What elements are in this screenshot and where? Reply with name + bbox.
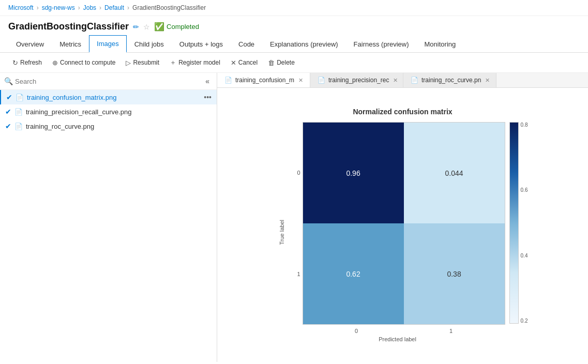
- refresh-button[interactable]: ↻ Refresh: [8, 57, 46, 69]
- tab-metrics[interactable]: Metrics: [52, 36, 89, 52]
- connect-label: Connect to compute: [60, 59, 115, 66]
- x-ticks: 0 1: [297, 328, 499, 334]
- file-icon-2: 📄: [14, 108, 23, 116]
- colorbar-tick-08: 0.8: [521, 122, 528, 128]
- file-icon-3: 📄: [14, 123, 23, 130]
- breadcrumb-sep-3: ›: [99, 4, 101, 11]
- tab-close-3[interactable]: ✕: [484, 77, 491, 84]
- x-axis-area: 0 1 Predicted label: [290, 328, 505, 342]
- image-tab-confusion[interactable]: 📄 training_confusion_m ✕: [217, 73, 310, 87]
- delete-label: Delete: [277, 59, 295, 66]
- image-tab-label-2: training_precision_rec: [328, 77, 389, 84]
- x-tick-1: 1: [404, 328, 499, 334]
- search-icon: 🔍: [4, 77, 13, 85]
- image-tab-precision[interactable]: 📄 training_precision_rec ✕: [310, 73, 403, 87]
- connect-icon: ⊕: [52, 59, 58, 67]
- chart-area: Normalized confusion matrix True label 0…: [217, 88, 588, 362]
- status-check-icon: ✅: [154, 22, 164, 32]
- tab-monitoring[interactable]: Monitoring: [417, 36, 464, 52]
- y-tick-1: 1: [297, 271, 300, 277]
- colorbar: [509, 122, 519, 324]
- connect-compute-button[interactable]: ⊕ Connect to compute: [48, 57, 119, 69]
- x-tick-0: 0: [309, 328, 404, 334]
- list-item[interactable]: ✔ 📄 training_roc_curve.png: [0, 119, 217, 133]
- breadcrumb-workspace[interactable]: sdg-new-ws: [42, 4, 75, 11]
- chart-inner: 0 1 0.96 0.044 0.62 0.38: [290, 122, 505, 342]
- resubmit-label: Resubmit: [133, 59, 159, 66]
- search-input[interactable]: [15, 78, 200, 85]
- breadcrumb-jobs[interactable]: Jobs: [83, 4, 96, 11]
- check-icon-3: ✔: [5, 122, 11, 130]
- breadcrumb-microsoft[interactable]: Microsoft: [8, 4, 34, 11]
- file-icon: 📄: [16, 94, 24, 101]
- tab-close-2[interactable]: ✕: [392, 77, 399, 84]
- breadcrumb-sep-4: ›: [127, 4, 129, 11]
- cell-10: 0.62: [303, 223, 404, 324]
- image-tab-roc[interactable]: 📄 training_roc_curve.pn ✕: [403, 73, 496, 87]
- file-name-link[interactable]: training_confusion_matrix.png: [27, 94, 201, 101]
- colorbar-ticks: 0.8 0.6 0.4 0.2: [521, 122, 528, 324]
- refresh-label: Refresh: [20, 59, 42, 66]
- plus-icon: ＋: [170, 58, 176, 67]
- sidebar: 🔍 « ✔ 📄 training_confusion_matrix.png ••…: [0, 73, 217, 362]
- delete-button[interactable]: 🗑 Delete: [264, 57, 299, 69]
- main-area: 📄 training_confusion_m ✕ 📄 training_prec…: [217, 73, 588, 362]
- image-tab-label-3: training_roc_curve.pn: [421, 77, 481, 84]
- y-ticks: 0 1: [290, 122, 300, 325]
- status-badge: ✅ Completed: [154, 22, 199, 32]
- tab-file-icon-2: 📄: [318, 77, 325, 84]
- chart-container: Normalized confusion matrix True label 0…: [278, 108, 528, 342]
- y-axis-label-container: True label: [278, 122, 286, 342]
- tab-code[interactable]: Code: [231, 36, 262, 52]
- tab-file-icon-3: 📄: [411, 77, 418, 84]
- y-axis-label: True label: [279, 220, 285, 245]
- cell-11: 0.38: [404, 223, 505, 324]
- list-item[interactable]: ✔ 📄 training_confusion_matrix.png •••: [0, 90, 217, 104]
- toolbar: ↻ Refresh ⊕ Connect to compute ▷ Resubmi…: [0, 53, 588, 73]
- chart-wrapper: True label 0 1 0.96 0.044 0.62: [278, 122, 528, 342]
- y-tick-0: 0: [297, 170, 300, 176]
- x-axis-label: Predicted label: [379, 336, 416, 342]
- cancel-label: Cancel: [238, 59, 258, 66]
- refresh-icon: ↻: [12, 59, 18, 67]
- file-list: ✔ 📄 training_confusion_matrix.png ••• ✔ …: [0, 90, 217, 362]
- check-icon-2: ✔: [5, 108, 11, 116]
- tab-child-jobs[interactable]: Child jobs: [127, 36, 172, 52]
- collapse-button[interactable]: «: [202, 76, 213, 86]
- breadcrumb-current: GradientBoostingClassifier: [132, 4, 206, 11]
- tab-explanations[interactable]: Explanations (preview): [262, 36, 346, 52]
- tab-close-1[interactable]: ✕: [297, 77, 304, 84]
- file-name-3: training_roc_curve.png: [26, 123, 212, 130]
- breadcrumb-default[interactable]: Default: [104, 4, 124, 11]
- content-area: 🔍 « ✔ 📄 training_confusion_matrix.png ••…: [0, 73, 588, 362]
- cancel-button[interactable]: ✕ Cancel: [227, 57, 262, 69]
- tab-overview[interactable]: Overview: [8, 36, 52, 52]
- more-options-button[interactable]: •••: [204, 93, 212, 101]
- cancel-icon: ✕: [231, 59, 236, 67]
- list-item[interactable]: ✔ 📄 training_precision_recall_curve.png: [0, 104, 217, 119]
- cell-01: 0.044: [404, 123, 505, 223]
- colorbar-row: 0.8 0.6 0.4 0.2: [509, 122, 528, 342]
- sidebar-search-row: 🔍 «: [0, 73, 217, 90]
- tab-fairness[interactable]: Fairness (preview): [346, 36, 417, 52]
- resubmit-icon: ▷: [126, 59, 131, 67]
- register-model-button[interactable]: ＋ Register model: [165, 56, 224, 69]
- resubmit-button[interactable]: ▷ Resubmit: [122, 57, 163, 69]
- matrix-with-yaxis: 0 1 0.96 0.044 0.62 0.38: [290, 122, 505, 325]
- file-name-2: training_precision_recall_curve.png: [26, 108, 212, 116]
- image-tab-label-1: training_confusion_m: [235, 77, 294, 84]
- star-icon[interactable]: ☆: [143, 23, 150, 31]
- breadcrumb-sep-2: ›: [78, 4, 80, 11]
- colorbar-tick-04: 0.4: [521, 253, 528, 259]
- tab-outputs-logs[interactable]: Outputs + logs: [172, 36, 231, 52]
- chart-title: Normalized confusion matrix: [353, 108, 452, 116]
- colorbar-tick-02: 0.2: [521, 318, 528, 324]
- breadcrumb-sep-1: ›: [37, 4, 39, 11]
- image-tabs-row: 📄 training_confusion_m ✕ 📄 training_prec…: [217, 73, 588, 88]
- tab-images[interactable]: Images: [89, 35, 127, 53]
- edit-icon[interactable]: ✏: [133, 23, 139, 31]
- confusion-matrix: 0.96 0.044 0.62 0.38: [303, 122, 505, 325]
- cell-00: 0.96: [303, 123, 404, 223]
- page-title: GradientBoostingClassifier: [8, 21, 129, 32]
- register-label: Register model: [178, 59, 220, 66]
